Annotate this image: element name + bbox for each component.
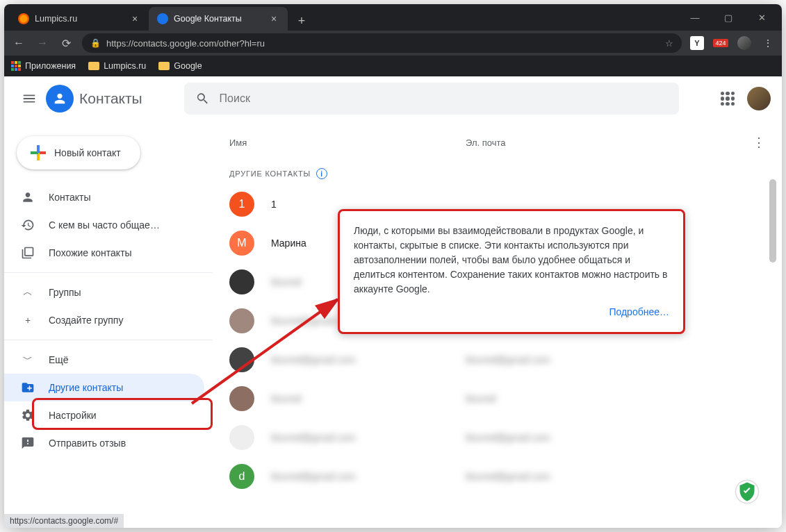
- address-bar: ← → ⟳ 🔒 https://contacts.google.com/othe…: [4, 31, 782, 56]
- chevron-up-icon: ︿: [21, 286, 35, 299]
- contact-name: blurred@gmail.com: [271, 354, 466, 365]
- new-tab-button[interactable]: +: [292, 11, 311, 31]
- contact-name: blurred@gmail.com: [271, 432, 466, 443]
- hamburger-icon[interactable]: [15, 85, 43, 113]
- contact-avatar: [229, 269, 254, 294]
- folder-icon: [158, 62, 170, 70]
- tooltip-link[interactable]: Подробнее…: [354, 305, 669, 319]
- close-icon[interactable]: ×: [268, 13, 279, 24]
- create-contact-button[interactable]: Новый контакт: [17, 136, 140, 169]
- contact-name: 1: [271, 199, 466, 210]
- contact-email: blurred: [466, 393, 496, 404]
- bookmark-google[interactable]: Google: [158, 61, 202, 71]
- minimize-icon[interactable]: —: [685, 13, 705, 23]
- table-header: Имя Эл. почта ⋮: [213, 121, 782, 156]
- favicon-icon: [18, 13, 29, 24]
- sidebar-item-settings[interactable]: Настройки: [4, 401, 204, 429]
- sidebar-label: Другие контакты: [49, 382, 123, 393]
- scrollbar[interactable]: [769, 179, 776, 263]
- contact-row[interactable]: dblurred@gmail.comblurred@gmail.com: [213, 457, 782, 496]
- sidebar-item-similar[interactable]: Похожие контакты: [4, 239, 204, 267]
- url-text: https://contacts.google.com/other?hl=ru: [106, 38, 660, 49]
- contact-name: blurred: [271, 393, 466, 404]
- info-tooltip: Люди, с которыми вы взаимодействовали в …: [338, 209, 685, 334]
- contact-email: blurred@gmail.com: [466, 354, 550, 365]
- sidebar-label: С кем вы часто общае…: [49, 219, 160, 231]
- search-input[interactable]: [220, 92, 668, 105]
- contact-row[interactable]: blurred@gmail.comblurred@gmail.com: [213, 340, 782, 379]
- tooltip-text: Люди, с которыми вы взаимодействовали в …: [354, 224, 669, 297]
- section-text: ДРУГИЕ КОНТАКТЫ: [229, 169, 311, 178]
- google-apps-icon[interactable]: [721, 92, 735, 106]
- app-title: Контакты: [79, 90, 142, 107]
- search-icon: [195, 91, 210, 106]
- status-bar: https://contacts.google.com/#: [4, 514, 124, 528]
- url-field[interactable]: 🔒 https://contacts.google.com/other?hl=r…: [82, 33, 682, 53]
- back-button[interactable]: ←: [11, 37, 26, 49]
- sidebar-label: Группы: [49, 287, 81, 298]
- favicon-icon: [157, 13, 168, 24]
- contact-name: blurred@gmail.com: [271, 471, 466, 482]
- bookmark-label: Google: [174, 61, 202, 71]
- sidebar-item-more[interactable]: ﹀ Ещё: [4, 346, 204, 374]
- search-bar[interactable]: [184, 83, 679, 115]
- sidebar-item-contacts[interactable]: Контакты: [4, 183, 204, 211]
- tab-strip: Lumpics.ru × Google Контакты × +: [4, 4, 675, 31]
- yandex-ext-icon[interactable]: Y: [690, 36, 704, 50]
- contact-email: blurred@gmail.com: [466, 471, 550, 482]
- maximize-icon[interactable]: ▢: [718, 13, 739, 23]
- close-icon[interactable]: ×: [129, 13, 140, 24]
- contact-row[interactable]: blurredblurred: [213, 379, 782, 418]
- contact-row[interactable]: blurred@gmail.comblurred@gmail.com: [213, 418, 782, 457]
- sidebar-label: Отправить отзыв: [49, 438, 126, 449]
- browser-chrome: Lumpics.ru × Google Контакты × + — ▢ ✕ ←…: [4, 4, 782, 76]
- sidebar-item-other-contacts[interactable]: Другие контакты: [4, 374, 204, 401]
- app-logo[interactable]: Контакты: [46, 85, 142, 113]
- create-label: Новый контакт: [54, 147, 121, 158]
- bookmark-label: Lumpics.ru: [104, 61, 146, 71]
- profile-icon[interactable]: [737, 36, 751, 50]
- sidebar-label: Контакты: [49, 192, 90, 203]
- sidebar-label: Похожие контакты: [49, 247, 132, 258]
- forward-button[interactable]: →: [35, 37, 50, 49]
- merge-icon: [21, 246, 35, 260]
- contact-avatar: [229, 386, 254, 411]
- star-icon[interactable]: ☆: [665, 38, 673, 49]
- bookmark-bar: Приложения Lumpics.ru Google: [4, 56, 782, 76]
- contact-avatar: [229, 425, 254, 450]
- tab-label: Google Контакты: [174, 14, 263, 24]
- contact-avatar: [229, 347, 254, 372]
- column-email: Эл. почта: [466, 138, 753, 148]
- tab-lumpics[interactable]: Lumpics.ru ×: [10, 7, 149, 31]
- apps-icon: [11, 61, 21, 71]
- mail-ext-icon[interactable]: 424: [714, 36, 728, 50]
- sidebar-item-groups[interactable]: ︿ Группы: [4, 279, 204, 306]
- info-icon[interactable]: i: [316, 168, 327, 179]
- person-icon: [21, 190, 35, 204]
- gear-icon: [21, 408, 35, 422]
- close-window-icon[interactable]: ✕: [751, 13, 772, 23]
- bookmark-apps[interactable]: Приложения: [11, 61, 76, 71]
- user-avatar[interactable]: [747, 87, 771, 110]
- folder-icon: [88, 62, 99, 70]
- sidebar-label: Ещё: [49, 354, 69, 365]
- adguard-icon[interactable]: [735, 479, 760, 504]
- bookmark-lumpics[interactable]: Lumpics.ru: [88, 61, 146, 71]
- plus-icon: [31, 145, 46, 160]
- menu-icon[interactable]: ⋮: [761, 36, 775, 50]
- sidebar-label: Настройки: [49, 410, 97, 421]
- sidebar-item-feedback[interactable]: Отправить отзыв: [4, 429, 204, 457]
- chevron-down-icon: ﹀: [21, 354, 35, 366]
- more-options-icon[interactable]: ⋮: [753, 135, 765, 150]
- window-controls: — ▢ ✕: [675, 13, 782, 23]
- archive-icon: [21, 381, 35, 394]
- history-icon: [21, 218, 35, 232]
- sidebar-item-create-group[interactable]: + Создайте группу: [4, 306, 204, 334]
- titlebar: Lumpics.ru × Google Контакты × + — ▢ ✕: [4, 4, 782, 31]
- plus-small-icon: +: [21, 315, 35, 326]
- tab-label: Lumpics.ru: [35, 14, 124, 24]
- reload-button[interactable]: ⟳: [58, 37, 74, 50]
- tab-google-contacts[interactable]: Google Контакты ×: [149, 7, 288, 31]
- sidebar-item-frequent[interactable]: С кем вы часто общае…: [4, 211, 204, 239]
- sidebar-label: Создайте группу: [49, 315, 123, 326]
